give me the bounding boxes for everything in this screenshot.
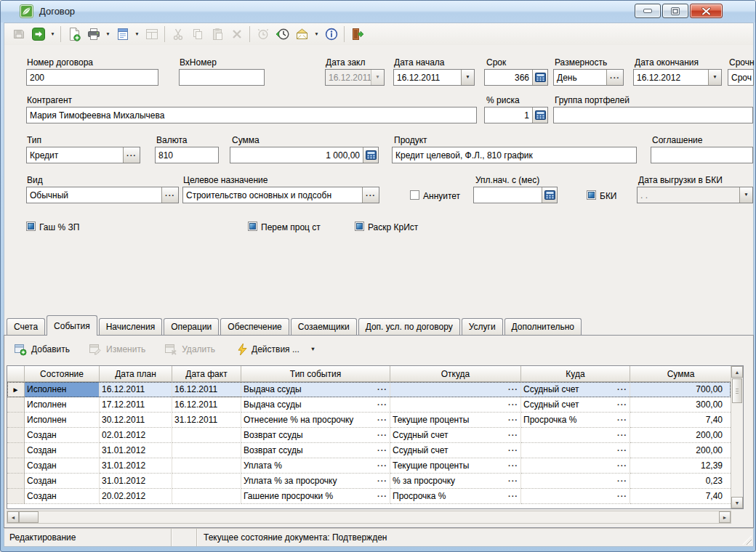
tab-9[interactable]: Дополнительно <box>504 318 582 335</box>
new-document-button[interactable] <box>64 25 84 44</box>
dimension-value[interactable]: День <box>554 73 606 83</box>
tab-5[interactable]: Обеспечение <box>220 318 289 335</box>
tab-3[interactable]: Начисления <box>99 318 163 335</box>
exit-button[interactable] <box>347 25 367 44</box>
type-value[interactable]: Кредит <box>27 150 123 161</box>
maximize-button[interactable] <box>662 4 688 18</box>
ellipsis-button[interactable]: ··· <box>617 446 627 455</box>
disclose-credit-history-checkbox[interactable] <box>355 222 364 231</box>
print-button[interactable] <box>84 25 103 44</box>
agreement-input[interactable] <box>651 150 752 161</box>
cell-state[interactable]: Создан <box>25 474 100 489</box>
kind-value[interactable]: Обычный <box>27 190 161 200</box>
ellipsis-button[interactable]: ··· <box>377 415 387 424</box>
cell-from[interactable]: % за просрочку··· <box>390 474 521 489</box>
mail-button[interactable] <box>292 25 312 44</box>
dimension-ellipsis-button[interactable]: ··· <box>606 70 623 85</box>
ellipsis-button[interactable]: ··· <box>508 492 518 500</box>
annuity-checkbox[interactable] <box>410 190 419 200</box>
table-row[interactable]: Создан31.01.2012Уплата %···Текущие проце… <box>7 458 731 474</box>
cell-date-fact[interactable] <box>172 489 241 504</box>
cell-state[interactable]: Создан <box>25 443 100 458</box>
date-start-value[interactable]: 16.12.2011 <box>394 73 461 83</box>
tab-4[interactable]: Операции <box>164 318 219 335</box>
cell-date-fact[interactable]: 31.12.2011 <box>172 413 241 428</box>
bki-upload-date-value[interactable]: . . <box>638 190 739 200</box>
horizontal-scroll-thumb[interactable] <box>19 511 39 523</box>
cell-sum[interactable]: 200,00 <box>630 443 731 458</box>
cell-from[interactable]: Ссудный счет··· <box>390 443 521 458</box>
row-indicator-cell[interactable] <box>7 489 25 504</box>
scroll-down-button[interactable]: ▼ <box>731 497 743 508</box>
table-row[interactable]: Создан02.01.2012Возврат ссуды···Ссудный … <box>7 428 731 443</box>
row-indicator-cell[interactable] <box>7 428 25 443</box>
ellipsis-button[interactable]: ··· <box>377 431 387 439</box>
cell-date-fact[interactable]: 16.12.2011 <box>172 397 241 413</box>
column-header-6[interactable]: Куда <box>521 366 630 382</box>
cell-event-type[interactable]: Уплата % за просрочку··· <box>241 474 390 489</box>
ellipsis-button[interactable]: ··· <box>508 385 518 394</box>
cell-date-plan[interactable]: 20.02.2012 <box>100 489 172 504</box>
product-input[interactable] <box>393 150 636 161</box>
ellipsis-button[interactable]: ··· <box>508 461 518 470</box>
table-row[interactable]: Создан31.01.2012Уплата % за просрочку···… <box>7 474 731 489</box>
cell-date-plan[interactable]: 30.12.2011 <box>100 413 172 428</box>
minimize-button[interactable] <box>635 4 661 18</box>
cell-to[interactable]: Ссудный счет··· <box>521 397 630 413</box>
vertical-scroll-thumb[interactable] <box>732 378 742 403</box>
cell-to[interactable]: ··· <box>521 489 630 504</box>
cell-event-type[interactable]: Возврат ссуды··· <box>241 443 390 458</box>
cell-date-plan[interactable]: 17.12.2011 <box>100 397 172 413</box>
table-row[interactable]: Создан31.01.2012Возврат ссуды···Ссудный … <box>7 443 731 458</box>
cell-to[interactable]: ··· <box>521 458 630 474</box>
history-button[interactable] <box>273 25 292 44</box>
tab-1[interactable]: Счета <box>7 318 45 335</box>
row-indicator-cell[interactable] <box>7 474 25 489</box>
row-indicator-cell[interactable] <box>7 397 25 413</box>
cell-from[interactable]: Текущие проценты··· <box>390 413 521 428</box>
ellipsis-button[interactable]: ··· <box>377 492 387 500</box>
info-button[interactable] <box>321 25 341 44</box>
cell-sum[interactable]: 200,00 <box>630 428 731 443</box>
row-indicator-cell[interactable]: ► <box>7 382 25 397</box>
portfolio-group-input[interactable] <box>554 110 752 121</box>
type-ellipsis-button[interactable]: ··· <box>123 147 140 163</box>
column-header-1[interactable]: Состояние <box>25 366 100 382</box>
disclose-credit-history-label[interactable]: Раскр КрИст <box>368 222 418 232</box>
cell-event-type[interactable]: Уплата %··· <box>241 458 390 474</box>
ellipsis-button[interactable]: ··· <box>508 400 518 409</box>
vertical-scroll-track[interactable] <box>731 404 743 497</box>
cell-to[interactable]: Просрочка %··· <box>521 413 630 428</box>
cell-from[interactable]: Ссудный счет··· <box>390 428 521 443</box>
cell-state[interactable]: Создан <box>25 428 100 443</box>
column-header-7[interactable]: Сумма <box>630 366 731 382</box>
gash-percent-zp-checkbox[interactable] <box>26 222 36 231</box>
cell-state[interactable]: Исполнен <box>25 413 100 428</box>
kind-ellipsis-button[interactable]: ··· <box>161 187 178 203</box>
ellipsis-button[interactable]: ··· <box>617 400 627 409</box>
cell-date-plan[interactable]: 31.01.2012 <box>100 474 172 489</box>
urgency-value[interactable]: Сроч <box>728 73 753 83</box>
cell-sum[interactable]: 700,00 <box>630 382 731 397</box>
variable-rate-label[interactable]: Перем проц ст <box>261 222 321 232</box>
cell-date-plan[interactable]: 31.01.2012 <box>100 443 172 458</box>
tab-2[interactable]: События <box>47 315 97 336</box>
cell-to[interactable]: ··· <box>521 474 630 489</box>
cell-state[interactable]: Создан <box>25 489 100 504</box>
cell-state[interactable]: Исполнен <box>25 382 100 397</box>
column-header-4[interactable]: Тип события <box>241 366 390 382</box>
close-button[interactable] <box>690 4 723 18</box>
pay-start-month-input[interactable] <box>474 190 542 200</box>
cell-date-fact[interactable] <box>172 443 241 458</box>
column-header-2[interactable]: Дата план <box>100 366 172 382</box>
ellipsis-button[interactable]: ··· <box>377 446 387 455</box>
table-row[interactable]: ►Исполнен16.12.201116.12.2011Выдача ссуд… <box>7 382 731 397</box>
ellipsis-button[interactable]: ··· <box>377 461 387 470</box>
gash-percent-zp-label[interactable]: Гаш % ЗП <box>39 222 79 232</box>
amount-calculator-button[interactable] <box>363 147 378 163</box>
cell-from[interactable]: Просрочка %··· <box>390 489 521 504</box>
variable-rate-checkbox[interactable] <box>248 222 257 231</box>
cell-sum[interactable]: 7,40 <box>630 489 731 504</box>
ellipsis-button[interactable]: ··· <box>617 385 627 394</box>
ellipsis-button[interactable]: ··· <box>617 431 627 439</box>
